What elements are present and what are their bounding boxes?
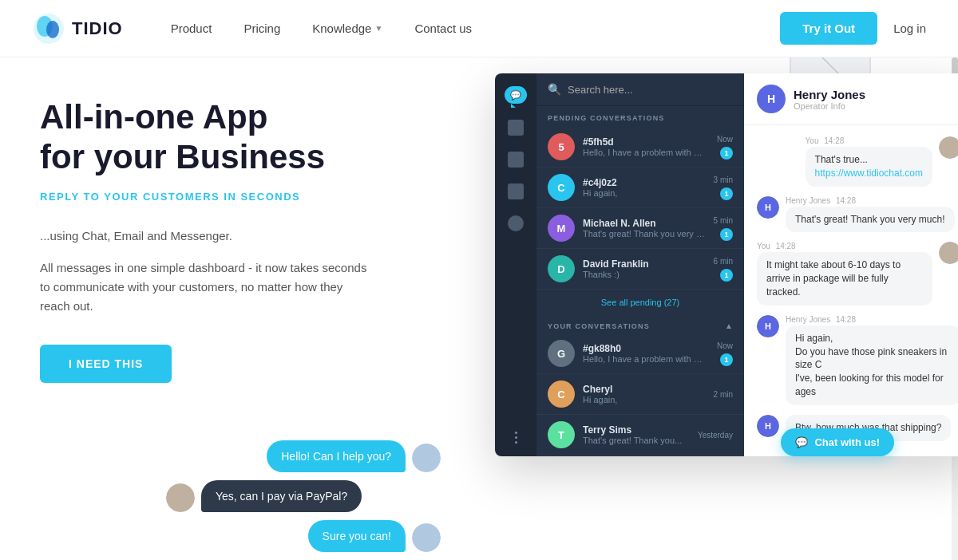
logo-icon [32,12,65,45]
message-row: You 14:28 That's true...https://www.tidi… [757,136,958,187]
conv-avatar: T [548,421,575,448]
message-avatar [939,242,958,264]
chat-contact-name: Henry Jones [794,88,865,101]
hero-title: All-in-one App for your Business [40,97,495,178]
conv-avatar: M [548,215,575,242]
svg-point-2 [46,21,59,38]
conv-avatar: C [548,381,575,408]
agent-avatar [412,523,441,552]
navbar: TIDIO Product Pricing Knowledge ▼ Contac… [0,0,958,57]
message-avatar: H [757,415,779,437]
message-avatar: H [757,196,779,219]
more-icon[interactable] [515,432,517,444]
conv-item-c4j0z2[interactable]: C #c4j0z2 Hi again, 3 min 1 [536,168,744,208]
user-avatar [166,483,195,512]
pending-label: PENDING CONVERSATIONS [536,106,744,127]
contacts-icon[interactable] [508,152,524,168]
chat-preview-section: Hello! Can I help you? Yes, can I pay vi… [160,440,447,560]
message-avatar: H [757,315,779,337]
hero-desc1: ...using Chat, Email and Messenger. [40,227,375,246]
conv-item-gk88h0[interactable]: G #gk88h0 Hello, I have a problem with m… [536,333,744,374]
logo-text: TIDIO [72,18,123,39]
search-bar[interactable]: 🔍 Search here... [536,73,744,106]
nav-actions: Try it Out Log in [780,12,926,45]
logo[interactable]: TIDIO [32,12,123,45]
message-row: You 14:28 It might take about 6-10 days … [757,242,958,305]
conv-avatar: C [548,174,575,201]
conversations-list: 🔍 Search here... PENDING CONVERSATIONS 5… [536,73,744,456]
conv-info: #5fh5d Hello, I have a problem with my w… [583,136,709,157]
bubble-row: Yes, can I pay via PayPal? [160,480,447,512]
agent-avatar [412,444,441,472]
bubble-row: Hello! Can I help you? [160,440,447,472]
settings-icon[interactable] [508,215,524,231]
chat-header: H Henry Jones Operator Info [744,73,958,125]
conv-item-cheryl[interactable]: C Cheryl Hi again, 2 min [536,374,744,415]
bubble-row: Sure you can! [160,520,447,552]
nav-knowledge[interactable]: Knowledge ▼ [312,22,382,35]
chat-icon-small: 💬 [795,436,808,448]
collapse-icon[interactable]: ▲ [725,321,733,330]
nav-pricing[interactable]: Pricing [243,22,280,35]
dashboard-sidebar: 💬 [495,73,536,456]
message-avatar [939,136,958,159]
chat-with-us-button[interactable]: 💬 Chat with us! [781,428,894,456]
chat-main: H Henry Jones Operator Info You 14:28 [744,73,958,456]
login-link[interactable]: Log in [893,22,926,35]
main-content: All-in-one App for your Business REPLY T… [0,57,958,560]
chat-header-avatar: H [757,85,786,113]
edit-icon[interactable] [508,183,524,199]
chat-messages: You 14:28 That's true...https://www.tidi… [744,125,958,456]
conv-item-michael[interactable]: M Michael N. Allen That's great! Thank y… [536,208,744,249]
search-icon: 🔍 [548,83,561,96]
dashboard-panel: 💬 🔍 Search here... [495,73,958,456]
chat-bubble-outgoing: Sure you can! [308,520,406,552]
chat-icon[interactable]: 💬 [505,86,527,104]
chevron-down-icon: ▼ [374,24,382,33]
nav-contact[interactable]: Contact us [414,22,472,35]
message-row: H Henry Jones 14:28 That's great! Thank … [757,196,958,233]
conv-item-5fh5d[interactable]: 5 #5fh5d Hello, I have a problem with my… [536,127,744,168]
conv-avatar: 5 [548,133,575,160]
home-icon[interactable] [508,120,524,136]
chat-bubble-outgoing: Hello! Can I help you? [267,440,406,472]
search-placeholder: Search here... [568,84,633,96]
conv-avatar: D [548,255,575,282]
message-row: H Henry Jones 14:28 Hi again,Do you have… [757,315,958,405]
chat-header-status: Operator Info [794,101,865,111]
hero-desc2: All messages in one simple dashboard - i… [40,258,375,316]
nav-links: Product Pricing Knowledge ▼ Contact us [171,22,781,35]
try-it-out-button[interactable]: Try it Out [780,12,877,45]
your-conv-label: YOUR CONVERSATIONS [548,322,650,330]
conv-item-terry[interactable]: T Terry Sims That's great! Thank you... … [536,415,744,455]
conv-avatar: G [548,340,575,367]
conv-item-david[interactable]: D David Franklin Thanks :) 6 min 1 [536,249,744,290]
hero-subtitle: REPLY TO YOUR CUSTOMERS IN SECONDS [40,191,495,203]
nav-product[interactable]: Product [171,22,212,35]
see-all-pending[interactable]: See all pending (27) [536,290,744,315]
chat-bubble-incoming: Yes, can I pay via PayPal? [201,480,362,512]
cta-button[interactable]: I NEED THIS [40,345,172,383]
